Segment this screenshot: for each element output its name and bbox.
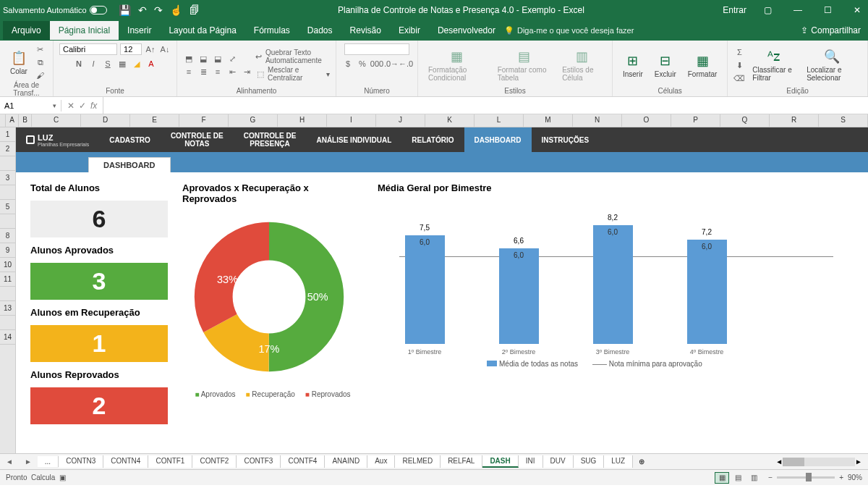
- sheet-tab[interactable]: DUV: [543, 455, 574, 468]
- sheet-nav-prev-icon[interactable]: ◄: [0, 458, 19, 466]
- row-header[interactable]: 10: [0, 258, 15, 272]
- col-header[interactable]: C: [32, 114, 81, 127]
- row-header[interactable]: 3: [0, 171, 15, 185]
- col-header[interactable]: L: [475, 114, 524, 127]
- align-middle-icon[interactable]: ⬓: [197, 53, 209, 64]
- sheet-tab[interactable]: CONTF1: [148, 455, 192, 468]
- col-header[interactable]: O: [622, 114, 671, 127]
- format-cells-button[interactable]: ▦Formatar: [684, 51, 722, 80]
- save-icon[interactable]: 💾: [119, 4, 131, 16]
- col-header[interactable]: A: [6, 114, 19, 127]
- align-top-icon[interactable]: ⬒: [183, 53, 195, 64]
- fill-color-icon[interactable]: ◢: [131, 58, 142, 70]
- add-sheet-icon[interactable]: ⊕: [633, 458, 650, 466]
- undo-icon[interactable]: ↶: [138, 4, 147, 16]
- sheet-tab[interactable]: CONTN3: [59, 455, 103, 468]
- align-right-icon[interactable]: ≡: [212, 66, 224, 77]
- row-header[interactable]: 13: [0, 301, 15, 316]
- name-box[interactable]: A1: [0, 100, 61, 112]
- wrap-text-button[interactable]: ↩Quebrar Texto Automaticamente: [255, 49, 330, 64]
- row-header[interactable]: 14: [0, 330, 15, 345]
- bold-icon[interactable]: N: [73, 58, 85, 70]
- horizontal-scrollbar[interactable]: ◄►: [650, 458, 868, 466]
- sheet-tab[interactable]: RELMED: [395, 455, 441, 468]
- touch-icon[interactable]: ☝: [170, 4, 182, 16]
- sheet-tab[interactable]: CONTF3: [237, 455, 281, 468]
- col-header[interactable]: P: [671, 114, 720, 127]
- view-normal-icon[interactable]: ▦: [715, 472, 729, 484]
- inc-decimal-icon[interactable]: .0→: [386, 58, 397, 70]
- cell-styles-button[interactable]: ▥Estilos de Célula: [558, 47, 606, 83]
- sheet-tab-more[interactable]: ...: [38, 456, 59, 467]
- zoom-in-icon[interactable]: +: [839, 474, 843, 481]
- sheet-tab[interactable]: CONTF2: [192, 455, 237, 468]
- zoom-out-icon[interactable]: −: [768, 474, 773, 481]
- align-left-icon[interactable]: ≡: [183, 66, 195, 77]
- sheet-tab[interactable]: LUZ: [604, 455, 633, 468]
- border-icon[interactable]: ▦: [116, 58, 128, 70]
- sheet-tab[interactable]: ANAIND: [325, 455, 367, 468]
- col-header[interactable]: I: [327, 114, 376, 127]
- fx-icon[interactable]: fx: [90, 101, 97, 111]
- col-header[interactable]: F: [179, 114, 229, 127]
- row-header[interactable]: 5: [0, 200, 15, 214]
- painter-icon[interactable]: 🖌: [35, 70, 46, 81]
- nav-item[interactable]: CADASTRO: [99, 127, 161, 152]
- zoom-level[interactable]: 90%: [848, 474, 862, 481]
- nav-item[interactable]: CONTROLE DENOTAS: [161, 127, 234, 152]
- tab-file[interactable]: Arquivo: [3, 21, 50, 40]
- align-center-icon[interactable]: ≣: [197, 66, 209, 77]
- share-button[interactable]: ⇪ Compartilhar: [801, 25, 861, 35]
- number-format-select[interactable]: [344, 43, 409, 55]
- format-table-button[interactable]: ▤Formatar como Tabela: [493, 47, 555, 83]
- underline-icon[interactable]: S: [102, 58, 114, 70]
- tab-review[interactable]: Revisão: [341, 21, 390, 40]
- tab-developer[interactable]: Desenvolvedor: [429, 21, 504, 40]
- minimize-icon[interactable]: —: [789, 5, 807, 15]
- tab-layout[interactable]: Layout da Página: [160, 21, 244, 40]
- col-header[interactable]: E: [130, 114, 179, 127]
- sort-filter-button[interactable]: ᴬᴢClassificar e Filtrar: [748, 47, 799, 83]
- sheet-tab[interactable]: INI: [519, 455, 543, 468]
- comma-icon[interactable]: 000: [371, 58, 383, 70]
- conditional-format-button[interactable]: ▦Formatação Condicional: [424, 47, 490, 83]
- copy-icon[interactable]: ⧉: [35, 56, 46, 68]
- sheet-tab[interactable]: CONTN4: [103, 455, 148, 468]
- indent-dec-icon[interactable]: ⇤: [226, 66, 238, 77]
- fill-icon[interactable]: ⬇: [733, 59, 745, 71]
- subtab-dashboard[interactable]: DASHBOARD: [88, 157, 171, 172]
- nav-item[interactable]: CONTROLE DEPRESENÇA: [234, 127, 307, 152]
- row-header[interactable]: 9: [0, 243, 15, 258]
- sheet-tab[interactable]: SUG: [574, 455, 605, 468]
- enter-formula-icon[interactable]: ✓: [79, 101, 86, 111]
- merge-button[interactable]: ⬚Mesclar e Centralizar ▾: [255, 66, 330, 82]
- row-header[interactable]: [0, 214, 15, 229]
- insert-cells-button[interactable]: ⊞Inserir: [618, 51, 647, 80]
- delete-cells-button[interactable]: ⊟Excluir: [650, 51, 681, 80]
- row-header[interactable]: [0, 316, 15, 330]
- close-icon[interactable]: ✕: [849, 5, 865, 15]
- row-header[interactable]: [0, 185, 15, 200]
- col-header[interactable]: M: [524, 114, 573, 127]
- view-break-icon[interactable]: ▥: [746, 472, 761, 484]
- maximize-icon[interactable]: ☐: [820, 5, 836, 15]
- tab-insert[interactable]: Inserir: [119, 21, 160, 40]
- row-header[interactable]: 11: [0, 272, 15, 287]
- view-layout-icon[interactable]: ▤: [731, 472, 745, 484]
- col-header[interactable]: J: [376, 114, 425, 127]
- tab-data[interactable]: Dados: [299, 21, 341, 40]
- cancel-formula-icon[interactable]: ✕: [67, 101, 75, 111]
- preview-icon[interactable]: 🗐: [190, 4, 200, 16]
- nav-item[interactable]: INSTRUÇÕES: [532, 127, 600, 152]
- currency-icon[interactable]: $: [342, 58, 354, 70]
- font-color-icon[interactable]: A: [145, 58, 157, 70]
- align-bottom-icon[interactable]: ⬓: [212, 53, 224, 64]
- percent-icon[interactable]: %: [357, 58, 368, 70]
- tab-formulas[interactable]: Fórmulas: [245, 21, 299, 40]
- font-size-select[interactable]: [120, 43, 142, 55]
- autosum-icon[interactable]: Σ: [733, 46, 745, 58]
- col-header[interactable]: B: [19, 114, 32, 127]
- paste-button[interactable]: 📋Colar: [6, 49, 32, 77]
- col-header[interactable]: R: [770, 114, 819, 127]
- macro-record-icon[interactable]: ▣: [59, 474, 66, 481]
